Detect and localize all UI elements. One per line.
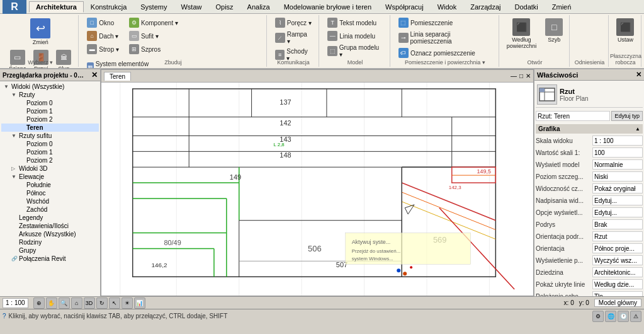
edit-type-button[interactable]: Edytuj typ <box>611 111 643 121</box>
tab-dodatki[interactable]: Dodatki <box>507 1 545 13</box>
ribbon-btn-drzwi[interactable]: 🚪 Drzwi <box>30 48 52 69</box>
tree-item[interactable]: ▼Elewacje <box>1 173 99 181</box>
properties-close[interactable]: ✕ <box>636 71 641 79</box>
tree-item[interactable]: ▼Widoki (Wszystkie) <box>1 83 99 91</box>
icon-graph[interactable]: 📊 <box>134 297 145 309</box>
type-selector-dropdown[interactable]: Rzut: Teren <box>536 111 610 121</box>
tree-item[interactable]: Poziom 2 <box>1 156 99 164</box>
ribbon-btn-linia[interactable]: —Linia modelu <box>324 30 386 42</box>
tree-item[interactable]: Legendy <box>1 214 99 222</box>
tree-item[interactable]: Zestawienia/Ilości <box>1 222 99 230</box>
icon-network[interactable]: 🌐 <box>605 311 616 322</box>
tree-item[interactable]: ▼Rzuty sufitu <box>1 132 99 140</box>
tree-item[interactable]: Poziom 1 <box>1 107 99 115</box>
tree-item[interactable]: Poziom 0 <box>1 99 99 107</box>
tab-widok[interactable]: Widok <box>431 1 464 13</box>
props-row: Wartość skali 1:100 <box>536 147 643 158</box>
props-row: DziedzinaArchitektonic... <box>536 267 643 278</box>
icon-rotate[interactable]: ↻ <box>96 297 108 309</box>
tab-opisz[interactable]: Opisz <box>208 1 240 13</box>
canvas-restore[interactable]: □ <box>519 72 523 79</box>
icon-sun[interactable]: ☀ <box>121 297 133 309</box>
section-grafika[interactable]: Grafika ▲ <box>536 124 643 134</box>
canvas-minimize[interactable]: — <box>511 72 517 79</box>
prop-value[interactable]: Pokaż oryginał <box>592 183 643 193</box>
type-dropdown-row: Rzut: Teren Edytuj typ <box>536 110 643 122</box>
tab-systemy[interactable]: Systemy <box>133 1 174 13</box>
ribbon-btn-szyb[interactable]: □ Szyb <box>542 16 566 52</box>
prop-value[interactable]: Tło <box>592 291 643 296</box>
tree-item[interactable]: Arkusze (Wszystkie) <box>1 230 99 238</box>
icon-3d[interactable]: 3D <box>84 297 95 309</box>
ribbon-btn-grupa[interactable]: ⬚Grupa modelu ▾ <box>324 43 386 59</box>
ribbon-btn-linia-sep[interactable]: ⊸Linia separacji pomieszczenia <box>395 30 495 46</box>
icon-pan[interactable]: ✋ <box>46 297 57 309</box>
tree-item[interactable]: Zachód <box>1 205 99 214</box>
ribbon-btn-tekst[interactable]: TTekst modelu <box>324 16 386 29</box>
ribbon-btn-porec[interactable]: ⌇Poręcz ▾ <box>272 16 315 29</box>
tree-item[interactable]: Teren <box>1 124 99 132</box>
ribbon-group-zbuduj: □Okno ⌂Dach ▾ ▬Strop ▾ ⚙Komponent ▾ ▭Suf… <box>80 15 267 67</box>
canvas-area[interactable]: Teren — □ ✕ <box>101 69 534 296</box>
tree-item[interactable]: 🔗Połączenia Revit <box>1 255 99 263</box>
tab-zarzadzaj[interactable]: Zarządzaj <box>463 1 507 13</box>
tree-item[interactable]: Poziom 2 <box>1 115 99 124</box>
ribbon-btn-slup[interactable]: 🏛 Słup ▾ <box>53 48 75 69</box>
tab-modelowanie[interactable]: Modelowanie bryłowe i teren <box>277 1 378 13</box>
prop-value[interactable]: Edytuj... <box>592 207 643 217</box>
ribbon-btn-sufit[interactable]: ▭Sufit ▾ <box>126 30 181 42</box>
prop-value[interactable]: Normalnie <box>592 159 643 170</box>
properties-panel: Właściwości ✕ Rzut <box>534 69 644 296</box>
ribbon-btn-komponent[interactable]: ⚙Komponent ▾ <box>126 16 181 29</box>
tree-item[interactable]: Rodziny <box>1 238 99 246</box>
prop-value[interactable]: Według dzie... <box>592 279 643 289</box>
prop-value[interactable]: Edytuj... <box>592 195 643 205</box>
ribbon-btn-szpros[interactable]: ⊞Szpros <box>126 43 181 55</box>
ribbon-btn-ustaw[interactable]: ⬛ Ustaw <box>613 16 637 45</box>
tree-item[interactable]: ▼Rzuty <box>1 91 99 99</box>
ribbon-btn-sciana[interactable]: ▭ Ściana <box>6 48 29 69</box>
ribbon-btn-rampa[interactable]: ⟋Rampa ▾ <box>272 30 315 46</box>
tree-item[interactable]: Wschód <box>1 197 99 205</box>
tree-item[interactable]: Poziom 0 <box>1 140 99 148</box>
tree-item[interactable]: Północ <box>1 189 99 197</box>
prop-value[interactable]: Północ proje... <box>592 243 643 253</box>
prop-value[interactable]: Brak <box>592 219 643 229</box>
tab-konstrukcja[interactable]: Konstrukcja <box>84 1 133 13</box>
icon-warning[interactable]: ⚠ <box>630 311 641 322</box>
icon-house[interactable]: ⌂ <box>71 297 82 309</box>
icon-zoom[interactable]: 🔍 <box>59 297 70 309</box>
prop-value[interactable]: 100 <box>592 147 643 158</box>
icon-clock[interactable]: 🕐 <box>618 311 629 322</box>
tab-wspolpracuj[interactable]: Współpracuj <box>378 1 431 13</box>
ribbon-btn-pomieszczenie[interactable]: ⬚Pomieszczenie <box>395 16 495 29</box>
project-browser-close[interactable]: ✕ <box>91 71 98 79</box>
tekst-icon: T <box>327 18 337 28</box>
icon-select[interactable]: ↖ <box>109 297 120 309</box>
tree-item[interactable]: ▷Widoki 3D <box>1 164 99 173</box>
prop-value[interactable]: Rzut <box>592 231 643 241</box>
ribbon-btn-okno[interactable]: □Okno <box>84 16 122 29</box>
canvas-tab-teren[interactable]: Teren <box>104 72 131 81</box>
tab-analiza[interactable]: Analiza <box>240 1 277 13</box>
app-menu-button[interactable]: R <box>11 1 18 13</box>
prop-value[interactable]: Wyczyść wsz... <box>592 255 643 265</box>
ribbon-btn-zmien[interactable]: ↩ Zmień <box>27 16 54 48</box>
ribbon-btn-oznacz[interactable]: 🏷Oznacz pomieszczenie <box>395 47 495 59</box>
tree-item[interactable]: Grupy <box>1 246 99 255</box>
prop-value[interactable]: Niski <box>592 171 643 181</box>
ribbon-btn-wg-powierzchni[interactable]: ⬛ Wedługpowierzchni <box>504 16 540 52</box>
tree-item[interactable]: Południe <box>1 181 99 189</box>
icon-scale[interactable]: ⊕ <box>33 297 45 309</box>
ribbon-btn-dach[interactable]: ⌂Dach ▾ <box>84 30 122 42</box>
ribbon-btn-strop[interactable]: ▬Strop ▾ <box>84 43 122 55</box>
tree-item[interactable]: Poziom 1 <box>1 148 99 156</box>
tab-wstaw[interactable]: Wstaw <box>174 1 208 13</box>
icon-settings[interactable]: ⚙ <box>592 311 604 322</box>
floor-plan-canvas[interactable]: 137 142 143 148 149 506 569 80/49 507 14… <box>101 83 533 296</box>
canvas-close[interactable]: ✕ <box>526 72 531 79</box>
prop-value[interactable]: 1 : 100 <box>592 135 643 146</box>
tab-zmien[interactable]: Zmień <box>545 1 579 13</box>
tab-architektura[interactable]: Architektura <box>29 1 84 13</box>
prop-value[interactable]: Architektonic... <box>592 267 643 277</box>
